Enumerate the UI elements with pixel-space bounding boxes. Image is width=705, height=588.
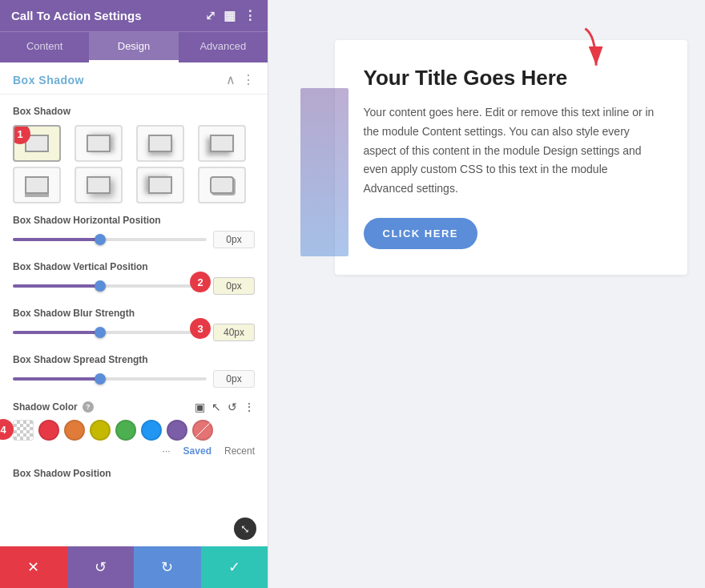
shadow-style-5 xyxy=(25,176,49,194)
slider-blur-track-row: 3 40px xyxy=(13,324,255,341)
preview-accent-bar xyxy=(300,88,348,256)
collapse-icon[interactable]: ∧ xyxy=(226,72,236,87)
badge-3: 3 xyxy=(190,318,211,339)
color-label: Shadow Color xyxy=(13,401,78,413)
shadow-style-3 xyxy=(148,135,172,152)
help-icon[interactable]: ? xyxy=(83,401,94,413)
color-icons: ▣ ↖ ↺ ⋮ xyxy=(195,401,255,413)
cursor-icon[interactable]: ↖ xyxy=(212,401,221,413)
preview-cta-button[interactable]: Click Here xyxy=(364,218,477,249)
saved-label[interactable]: Saved xyxy=(183,445,212,457)
slider-spread-label: Box Shadow Spread Strength xyxy=(13,354,255,365)
slider-blur-value[interactable]: 3 40px xyxy=(213,324,255,341)
eyedropper-icon[interactable]: ▣ xyxy=(195,401,205,413)
panel-header-icons: ⤢ ▦ ⋮ xyxy=(205,8,256,23)
more-icon[interactable]: ⋮ xyxy=(244,8,256,23)
preview-body: Your content goes here. Edit or remove t… xyxy=(364,103,659,199)
swatch-orange[interactable] xyxy=(64,420,85,441)
redo-button[interactable]: ↻ xyxy=(134,546,201,588)
slider-blur-track[interactable] xyxy=(13,331,207,334)
shadow-option-7[interactable] xyxy=(136,167,184,203)
preview-title: Your Title Goes Here xyxy=(364,66,659,91)
preview-card: Your Title Goes Here Your content goes h… xyxy=(335,40,687,275)
slider-vertical: Box Shadow Vertical Position 2 0px xyxy=(13,261,255,295)
panel-header: Call To Action Settings ⤢ ▦ ⋮ xyxy=(0,0,268,31)
slider-horizontal-track[interactable] xyxy=(13,238,207,241)
slider-vertical-value[interactable]: 2 0px xyxy=(213,277,255,295)
shadow-type-label: Box Shadow xyxy=(13,106,255,117)
shadow-style-4 xyxy=(210,135,234,152)
swatch-purple[interactable] xyxy=(167,420,187,441)
settings-area: Box Shadow 1 xyxy=(0,95,268,490)
shadow-option-6[interactable] xyxy=(75,167,123,203)
left-panel: Call To Action Settings ⤢ ▦ ⋮ Content De… xyxy=(0,0,268,588)
section-header: Box Shadow ∧ ⋮ xyxy=(0,62,268,95)
shadow-style-7 xyxy=(148,176,172,194)
shadow-option-1[interactable]: 1 xyxy=(13,125,61,162)
recent-label[interactable]: Recent xyxy=(224,445,255,457)
tab-bar: Content Design Advanced xyxy=(0,31,268,62)
panel-content: Box Shadow ∧ ⋮ Box Shadow 1 xyxy=(0,62,268,588)
shadow-grid: 1 xyxy=(13,125,255,203)
slider-vertical-track-row: 2 0px xyxy=(13,277,255,295)
badge-4: 4 xyxy=(0,419,14,440)
transparent-swatch[interactable]: 4 xyxy=(13,420,34,441)
slider-blur-label: Box Shadow Blur Strength xyxy=(13,308,255,319)
section-header-icons: ∧ ⋮ xyxy=(226,72,255,87)
slider-spread-track-row: 0px xyxy=(13,370,255,388)
slider-horizontal-label: Box Shadow Horizontal Position xyxy=(13,215,255,226)
tab-design[interactable]: Design xyxy=(89,32,178,62)
tab-advanced[interactable]: Advanced xyxy=(179,32,268,62)
swatch-blue[interactable] xyxy=(141,420,162,441)
confirm-button[interactable]: ✓ xyxy=(201,546,268,588)
slider-spread-value[interactable]: 0px xyxy=(213,370,255,388)
panel-title: Call To Action Settings xyxy=(11,9,142,22)
swatch-yellow[interactable] xyxy=(90,420,111,441)
shadow-option-2[interactable] xyxy=(75,125,123,162)
slider-horizontal: Box Shadow Horizontal Position 0px xyxy=(13,215,255,248)
undo-button[interactable]: ↺ xyxy=(67,546,135,588)
expand-icon[interactable]: ⤢ xyxy=(205,8,216,23)
shadow-option-8[interactable] xyxy=(198,167,246,203)
color-swatches: 4 xyxy=(13,420,255,441)
swatch-row-bottom: ··· Saved Recent xyxy=(13,445,255,457)
section-more-icon[interactable]: ⋮ xyxy=(242,72,255,87)
shadow-style-2 xyxy=(87,135,111,152)
slider-spread-track[interactable] xyxy=(13,377,207,381)
slider-horizontal-value[interactable]: 0px xyxy=(213,231,255,248)
swatch-pink-cross[interactable] xyxy=(192,420,213,441)
reset-color-icon[interactable]: ↺ xyxy=(228,401,237,413)
swatch-green[interactable] xyxy=(115,420,136,441)
section-title: Box Shadow xyxy=(13,74,84,87)
swatch-dots: ··· xyxy=(163,445,171,457)
shadow-option-4[interactable] xyxy=(198,125,246,162)
cancel-button[interactable]: ✕ xyxy=(0,546,67,588)
right-preview: Your Title Goes Here Your content goes h… xyxy=(268,0,705,588)
swatch-red[interactable] xyxy=(38,420,59,441)
shadow-style-8 xyxy=(210,176,234,194)
badge-2: 2 xyxy=(190,272,211,292)
tab-content[interactable]: Content xyxy=(0,32,89,62)
color-label-row: Shadow Color ? ▣ ↖ ↺ ⋮ xyxy=(13,401,255,413)
shadow-option-3[interactable] xyxy=(136,125,184,162)
layout-icon[interactable]: ▦ xyxy=(224,8,236,23)
slider-vertical-label: Box Shadow Vertical Position xyxy=(13,261,255,272)
slider-spread: Box Shadow Spread Strength 0px xyxy=(13,354,255,388)
position-label: Box Shadow Position xyxy=(13,468,255,479)
shadow-option-5[interactable] xyxy=(13,167,61,203)
slider-blur: Box Shadow Blur Strength 3 40px xyxy=(13,308,255,341)
shadow-style-6 xyxy=(87,176,111,194)
slider-vertical-track[interactable] xyxy=(13,284,207,288)
drag-handle[interactable]: ⤡ xyxy=(234,518,256,540)
slider-horizontal-track-row: 0px xyxy=(13,231,255,248)
bottom-bar: ✕ ↺ ↻ ✓ xyxy=(0,546,268,588)
color-more-icon[interactable]: ⋮ xyxy=(244,401,255,413)
